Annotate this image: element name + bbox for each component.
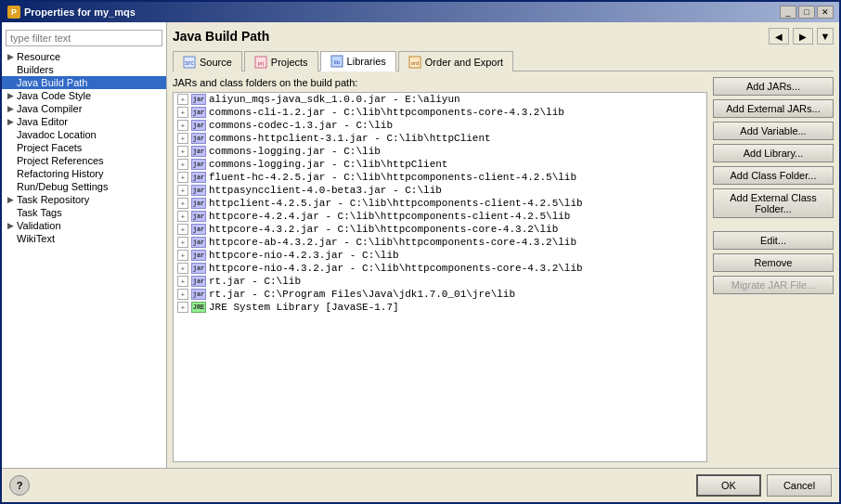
sidebar-item-project-references[interactable]: Project References — [2, 154, 166, 167]
tab-libraries[interactable]: lib Libraries — [320, 51, 396, 71]
file-list-label: JARs and class folders on the build path… — [173, 77, 707, 88]
file-item-f13[interactable]: +jarhttpcore-nio-4.2.3.jar - C:\lib — [174, 249, 706, 262]
sidebar-item-java-code-style[interactable]: ▶Java Code Style — [2, 89, 166, 102]
file-list-area: JARs and class folders on the build path… — [173, 77, 707, 462]
file-icon-f15: jar — [191, 276, 206, 287]
window-title: Properties for my_mqs — [24, 6, 136, 18]
file-items: +jaraliyun_mqs-java_sdk_1.0.0.jar - E:\a… — [174, 93, 706, 314]
file-item-f2[interactable]: +jarcommons-cli-1.2.jar - C:\lib\httpcom… — [174, 106, 706, 119]
add-library-button[interactable]: Add Library... — [713, 144, 834, 162]
tab-libraries-label: Libraries — [347, 56, 386, 67]
file-item-f10[interactable]: +jarhttpcore-4.2.4.jar - C:\lib\httpcomp… — [174, 210, 706, 223]
right-panel: Java Build Path ◀ ▶ ▼ src Source — [167, 22, 839, 468]
file-icon-f17: JRE — [191, 302, 206, 313]
sidebar-item-refactoring-history[interactable]: Refactoring History — [2, 167, 166, 180]
sidebar-item-java-build-path[interactable]: Java Build Path — [2, 76, 166, 89]
remove-button[interactable]: Remove — [713, 253, 834, 272]
file-item-f4[interactable]: +jarcommons-httpclient-3.1.jar - C:\lib\… — [174, 132, 706, 145]
sidebar-label-wikitext: WikiText — [17, 233, 55, 244]
sidebar-item-task-repository[interactable]: ▶Task Repository — [2, 193, 166, 206]
main-window: P Properties for my_mqs _ □ ✕ ▶ResourceB… — [0, 0, 841, 504]
sidebar-item-validation[interactable]: ▶Validation — [2, 219, 166, 232]
nav-back-button[interactable]: ◀ — [769, 28, 789, 45]
nav-forward-button[interactable]: ▶ — [793, 28, 813, 45]
expand-icon-java-code-style: ▶ — [6, 91, 15, 100]
sidebar-label-run-debug-settings: Run/Debug Settings — [17, 181, 108, 192]
file-icon-f4: jar — [191, 133, 206, 144]
file-item-f7[interactable]: +jarfluent-hc-4.2.5.jar - C:\lib\httpcom… — [174, 171, 706, 184]
sidebar-label-javadoc-location: Javadoc Location — [17, 129, 97, 140]
help-button[interactable]: ? — [9, 475, 30, 496]
file-item-f12[interactable]: +jarhttpcore-ab-4.3.2.jar - C:\lib\httpc… — [174, 236, 706, 249]
close-button[interactable]: ✕ — [817, 6, 834, 19]
file-expand-f17: + — [177, 302, 188, 313]
file-item-f5[interactable]: +jarcommons-logging.jar - C:\lib — [174, 145, 706, 158]
file-expand-f13: + — [177, 250, 188, 261]
order-export-tab-icon: ord — [408, 56, 421, 69]
file-name-f14: httpcore-nio-4.3.2.jar - C:\lib\httpcomp… — [209, 263, 583, 274]
add-jars-button[interactable]: Add JARs... — [713, 77, 834, 96]
file-expand-f14: + — [177, 263, 188, 274]
add-external-class-folder-button[interactable]: Add External Class Folder... — [713, 188, 834, 218]
tab-order-export[interactable]: ord Order and Export — [398, 51, 513, 71]
sidebar-item-project-facets[interactable]: Project Facets — [2, 141, 166, 154]
minimize-button[interactable]: _ — [780, 6, 796, 19]
file-name-f11: httpcore-4.3.2.jar - C:\lib\httpcomponen… — [209, 224, 558, 235]
file-icon-f12: jar — [191, 237, 206, 248]
file-item-f14[interactable]: +jarhttpcore-nio-4.3.2.jar - C:\lib\http… — [174, 262, 706, 275]
sidebar-label-java-code-style: Java Code Style — [17, 90, 91, 101]
sidebar-item-resource[interactable]: ▶Resource — [2, 50, 166, 63]
sidebar-item-java-editor[interactable]: ▶Java Editor — [2, 115, 166, 128]
file-item-f6[interactable]: +jarcommons-logging.jar - C:\lib\httpCli… — [174, 158, 706, 171]
file-expand-f9: + — [177, 198, 188, 209]
add-class-folder-button[interactable]: Add Class Folder... — [713, 166, 834, 185]
sidebar-item-builders[interactable]: Builders — [2, 63, 166, 76]
tab-projects-label: Projects — [271, 57, 308, 68]
add-variable-button[interactable]: Add Variable... — [713, 122, 834, 140]
file-icon-f7: jar — [191, 172, 206, 183]
file-name-f10: httpcore-4.2.4.jar - C:\lib\httpcomponen… — [209, 211, 570, 222]
tab-projects[interactable]: prj Projects — [244, 51, 318, 71]
file-name-f15: rt.jar - C:\lib — [209, 276, 301, 287]
file-item-f15[interactable]: +jarrt.jar - C:\lib — [174, 275, 706, 288]
file-icon-f8: jar — [191, 185, 206, 196]
file-icon-f2: jar — [191, 107, 206, 118]
sidebar-item-wikitext[interactable]: WikiText — [2, 232, 166, 245]
sidebar-item-run-debug-settings[interactable]: Run/Debug Settings — [2, 180, 166, 193]
sidebar-items: ▶ResourceBuildersJava Build Path▶Java Co… — [2, 50, 166, 245]
sidebar-label-java-editor: Java Editor — [17, 116, 68, 127]
file-item-f11[interactable]: +jarhttpcore-4.3.2.jar - C:\lib\httpcomp… — [174, 223, 706, 236]
sidebar-label-refactoring-history: Refactoring History — [17, 168, 104, 179]
file-expand-f1: + — [177, 94, 188, 105]
panel-title-bar: Java Build Path ◀ ▶ ▼ — [173, 28, 834, 45]
file-expand-f2: + — [177, 107, 188, 118]
window-icon: P — [7, 6, 20, 19]
edit-button[interactable]: Edit... — [713, 231, 834, 250]
tab-source[interactable]: src Source — [173, 51, 242, 71]
expand-icon-resource: ▶ — [6, 52, 15, 61]
file-item-f1[interactable]: +jaraliyun_mqs-java_sdk_1.0.0.jar - E:\a… — [174, 93, 706, 106]
sidebar-item-task-tags[interactable]: Task Tags — [2, 206, 166, 219]
file-item-f17[interactable]: +JREJRE System Library [JavaSE-1.7] — [174, 301, 706, 314]
tab-order-export-label: Order and Export — [425, 57, 503, 68]
file-item-f3[interactable]: +jarcommons-codec-1.3.jar - C:\lib — [174, 119, 706, 132]
sidebar-item-javadoc-location[interactable]: Javadoc Location — [2, 128, 166, 141]
sidebar-label-project-references: Project References — [17, 155, 104, 166]
file-icon-f13: jar — [191, 250, 206, 261]
filter-input[interactable] — [6, 30, 162, 46]
ok-button[interactable]: OK — [696, 474, 761, 497]
file-item-f16[interactable]: +jarrt.jar - C:\Program Files\Java\jdk1.… — [174, 288, 706, 301]
file-icon-f14: jar — [191, 263, 206, 274]
sidebar-item-java-compiler[interactable]: ▶Java Compiler — [2, 102, 166, 115]
cancel-button[interactable]: Cancel — [767, 474, 832, 497]
file-expand-f16: + — [177, 289, 188, 300]
svg-text:lib: lib — [334, 59, 341, 65]
add-external-jars-button[interactable]: Add External JARs... — [713, 99, 834, 118]
file-expand-f5: + — [177, 146, 188, 157]
file-item-f8[interactable]: +jarhttpasyncclient-4.0-beta3.jar - C:\l… — [174, 184, 706, 197]
file-item-f9[interactable]: +jarhttpclient-4.2.5.jar - C:\lib\httpco… — [174, 197, 706, 210]
sidebar-label-java-build-path: Java Build Path — [17, 77, 87, 88]
maximize-button[interactable]: □ — [798, 6, 815, 19]
nav-dropdown-button[interactable]: ▼ — [817, 28, 834, 45]
file-list-container[interactable]: +jaraliyun_mqs-java_sdk_1.0.0.jar - E:\a… — [173, 92, 707, 462]
